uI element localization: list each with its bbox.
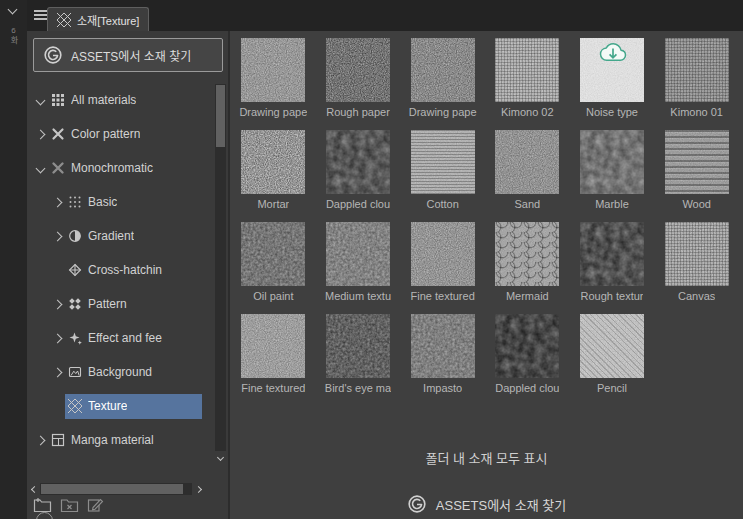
material-thumbnail[interactable] bbox=[326, 38, 390, 102]
tree-item-cross-hatchin[interactable]: Cross-hatchin bbox=[27, 253, 215, 287]
material-thumbnail[interactable] bbox=[411, 314, 475, 378]
material-thumbnail[interactable] bbox=[326, 130, 390, 194]
material-label: Medium textu bbox=[325, 290, 391, 303]
expand-arrow-icon[interactable] bbox=[33, 131, 48, 138]
clip-studio-material-palette: 6화 소재[Texture] ASSETS에서 소재 찾기 All materi… bbox=[0, 0, 743, 519]
material-thumbnail[interactable] bbox=[495, 130, 559, 194]
material-thumbnail[interactable] bbox=[411, 222, 475, 286]
material-item: Drawing pape bbox=[400, 38, 485, 119]
tree-item-label: Effect and fee bbox=[88, 331, 162, 345]
tab-label: 소재[Texture] bbox=[77, 12, 139, 28]
edit-material-button[interactable] bbox=[87, 497, 104, 513]
tree-item-color-pattern[interactable]: Color pattern bbox=[27, 117, 215, 151]
find-assets-button[interactable]: ASSETS에서 소재 찾기 bbox=[33, 38, 223, 72]
show-all-materials-label[interactable]: 폴더 내 소재 모두 표시 bbox=[230, 448, 743, 467]
new-folder-button[interactable] bbox=[33, 497, 52, 513]
tree-item-effect-and-fee[interactable]: Effect and fee bbox=[27, 321, 215, 355]
material-thumbnail[interactable] bbox=[326, 314, 390, 378]
material-thumbnail[interactable] bbox=[241, 314, 305, 378]
collapse-arrow-icon[interactable] bbox=[33, 97, 48, 104]
chevron-left-icon bbox=[30, 485, 37, 492]
noise-texture bbox=[411, 130, 475, 194]
tree-item-background[interactable]: Background bbox=[27, 355, 215, 389]
noise-texture bbox=[495, 314, 559, 378]
find-assets-link[interactable]: ASSETS에서 소재 찾기 bbox=[230, 494, 743, 514]
material-thumbnail[interactable] bbox=[665, 38, 729, 102]
scroll-right-button[interactable] bbox=[192, 483, 204, 495]
material-tree-panel: ASSETS에서 소재 찾기 All materialsColor patter… bbox=[27, 31, 230, 519]
noise-texture bbox=[326, 222, 390, 286]
material-item: Cotton bbox=[400, 130, 485, 211]
collapse-arrow-icon[interactable] bbox=[33, 165, 48, 172]
tree-item-basic[interactable]: Basic bbox=[27, 185, 215, 219]
dots-icon bbox=[67, 195, 82, 210]
expand-arrow-icon[interactable] bbox=[33, 437, 48, 444]
material-thumbnail[interactable] bbox=[241, 38, 305, 102]
tree-item-pattern[interactable]: Pattern bbox=[27, 287, 215, 321]
material-label: Fine textured bbox=[241, 382, 305, 395]
material-item: Canvas bbox=[654, 222, 739, 303]
horizontal-scrollbar-track[interactable] bbox=[40, 483, 192, 495]
collapsed-sidebar: 6화 bbox=[0, 0, 27, 519]
expand-arrow-icon[interactable] bbox=[50, 369, 65, 376]
tab-material-texture[interactable]: 소재[Texture] bbox=[47, 7, 149, 31]
material-label: Dappled clou bbox=[495, 382, 559, 395]
expand-arrow-icon[interactable] bbox=[50, 233, 65, 240]
material-item: Dappled clou bbox=[316, 130, 401, 211]
tree-item-all-materials[interactable]: All materials bbox=[27, 83, 215, 117]
tree-horizontal-scrollbar[interactable] bbox=[28, 483, 204, 495]
material-thumbnail[interactable] bbox=[326, 222, 390, 286]
noise-texture bbox=[580, 222, 644, 286]
material-thumbnail[interactable] bbox=[580, 38, 644, 102]
grid-icon bbox=[50, 93, 65, 108]
noise-texture bbox=[665, 130, 729, 194]
chevron-right-icon bbox=[194, 485, 201, 492]
material-thumbnail[interactable] bbox=[495, 314, 559, 378]
material-thumbnail[interactable] bbox=[665, 222, 729, 286]
material-label: Impasto bbox=[423, 382, 462, 395]
material-thumbnail[interactable] bbox=[241, 222, 305, 286]
material-label: Pencil bbox=[597, 382, 627, 395]
palette-menu-icon[interactable] bbox=[34, 10, 47, 22]
tree-item-label: Manga material bbox=[71, 433, 154, 447]
material-item: Medium textu bbox=[316, 222, 401, 303]
material-thumbnail[interactable] bbox=[495, 222, 559, 286]
noise-texture bbox=[495, 38, 559, 102]
collapse-panel-chevron-icon[interactable] bbox=[8, 5, 18, 15]
scroll-down-button[interactable] bbox=[215, 451, 226, 464]
material-label: Oil paint bbox=[253, 290, 293, 303]
tree-item-monochromatic[interactable]: Monochromatic bbox=[27, 151, 215, 185]
tree-item-manga-material[interactable]: Manga material bbox=[27, 423, 215, 457]
xlight-icon bbox=[50, 127, 65, 142]
material-thumbnail[interactable] bbox=[580, 314, 644, 378]
material-thumbnail[interactable] bbox=[580, 130, 644, 194]
material-thumbnail[interactable] bbox=[580, 222, 644, 286]
material-item: Impasto bbox=[400, 314, 485, 395]
material-grid-panel: Drawing papeRough paperDrawing papeKimon… bbox=[230, 31, 743, 519]
material-thumbnail[interactable] bbox=[411, 130, 475, 194]
material-thumbnail[interactable] bbox=[411, 38, 475, 102]
tree-item-gradient[interactable]: Gradient bbox=[27, 219, 215, 253]
noise-texture bbox=[241, 130, 305, 194]
background-icon bbox=[67, 365, 82, 380]
vertical-scrollbar-thumb[interactable] bbox=[216, 85, 225, 147]
delete-material-button[interactable] bbox=[60, 497, 79, 513]
material-label: Dappled clou bbox=[326, 198, 390, 211]
tree-vertical-scrollbar[interactable] bbox=[215, 84, 226, 464]
noise-texture bbox=[326, 38, 390, 102]
horizontal-scrollbar-thumb[interactable] bbox=[41, 484, 183, 494]
expand-arrow-icon[interactable] bbox=[50, 199, 65, 206]
crosshatch-icon bbox=[67, 263, 82, 278]
material-thumbnail[interactable] bbox=[495, 38, 559, 102]
expand-arrow-icon[interactable] bbox=[50, 301, 65, 308]
material-item: Oil paint bbox=[231, 222, 316, 303]
tree-item-texture[interactable]: Texture bbox=[27, 389, 215, 423]
tree-item-label: Basic bbox=[88, 195, 117, 209]
material-thumbnail[interactable] bbox=[665, 130, 729, 194]
material-item: Bird's eye ma bbox=[316, 314, 401, 395]
expand-arrow-icon[interactable] bbox=[50, 335, 65, 342]
scroll-left-button[interactable] bbox=[28, 483, 40, 495]
noise-texture bbox=[326, 314, 390, 378]
material-thumbnail[interactable] bbox=[241, 130, 305, 194]
manga-icon bbox=[50, 433, 65, 448]
